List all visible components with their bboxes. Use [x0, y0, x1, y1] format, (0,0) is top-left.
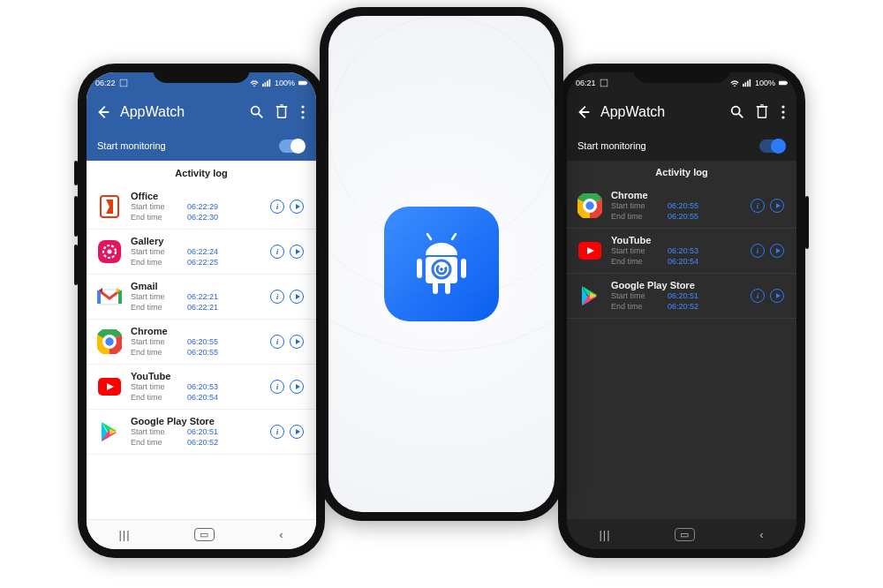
start-label: Start time	[131, 427, 175, 437]
info-button[interactable]	[751, 244, 765, 258]
status-time: 06:21	[576, 79, 596, 87]
end-time: 06:20:52	[668, 302, 698, 312]
log-item[interactable]: Gmail Start time06:22:21 End time06:22:2…	[87, 275, 316, 320]
play-button[interactable]	[290, 380, 304, 394]
left-notch	[153, 64, 250, 83]
info-button[interactable]	[270, 290, 284, 304]
play-button[interactable]	[770, 199, 784, 213]
log-item[interactable]: Google Play Store Start time06:20:51 End…	[567, 274, 796, 319]
app-name: Office	[131, 191, 261, 201]
back-button[interactable]	[576, 104, 592, 120]
start-label: Start time	[611, 291, 655, 301]
play-button[interactable]	[290, 290, 304, 304]
info-button[interactable]	[751, 199, 765, 213]
nav-recents[interactable]: |||	[118, 528, 130, 541]
end-label: End time	[131, 393, 175, 403]
delete-button[interactable]	[754, 104, 770, 120]
action-icons	[270, 290, 304, 304]
more-button[interactable]	[298, 104, 307, 120]
search-icon	[249, 104, 265, 120]
app-name: Google Play Store	[611, 280, 742, 290]
play-button[interactable]	[290, 335, 304, 349]
app-name: Google Play Store	[131, 416, 261, 426]
gallery-icon	[97, 239, 122, 264]
action-icons	[270, 335, 304, 349]
nav-recents[interactable]: |||	[599, 528, 610, 541]
log-item[interactable]: YouTube Start time06:20:53 End time06:20…	[567, 229, 796, 274]
right-screen: 06:21 100% AppWatch Start monitoring Act…	[567, 72, 796, 549]
end-time: 06:20:54	[187, 393, 218, 403]
info-button[interactable]	[270, 380, 284, 394]
screenshot-icon	[600, 79, 608, 87]
end-label: End time	[131, 303, 175, 313]
info-button[interactable]	[270, 245, 284, 259]
right-notch	[633, 64, 730, 83]
end-time: 06:20:55	[668, 212, 698, 222]
start-label: Start time	[611, 201, 655, 211]
info-button[interactable]	[751, 289, 765, 303]
monitor-row: Start monitoring	[567, 131, 796, 161]
app-name: Gmail	[131, 281, 261, 291]
nav-back[interactable]: ‹	[759, 528, 764, 541]
start-time: 06:20:51	[187, 427, 218, 437]
log-item[interactable]: Office Start time06:22:29 End time06:22:…	[87, 185, 316, 230]
info-button[interactable]	[270, 425, 284, 439]
log-text: Chrome Start time06:20:55 End time06:20:…	[611, 190, 742, 222]
start-label: Start time	[131, 337, 175, 347]
start-time: 06:22:21	[187, 292, 218, 302]
nav-home[interactable]: ▭	[675, 528, 695, 541]
back-icon	[95, 104, 111, 120]
svg-rect-39	[600, 79, 608, 87]
log-text: Chrome Start time06:20:55 End time06:20:…	[131, 326, 261, 358]
search-button[interactable]	[249, 104, 265, 120]
action-icons	[270, 425, 304, 439]
nav-home[interactable]: ▭	[194, 528, 215, 541]
svg-rect-38	[120, 79, 127, 87]
log-item[interactable]: Gallery Start time06:22:24 End time06:22…	[87, 230, 316, 275]
battery-icon	[298, 79, 307, 87]
play-button[interactable]	[770, 289, 784, 303]
start-label: Start time	[131, 292, 175, 302]
log-text: Gallery Start time06:22:24 End time06:22…	[131, 236, 261, 268]
activity-log-list: Office Start time06:22:29 End time06:22:…	[87, 185, 316, 519]
office-icon	[97, 194, 122, 219]
right-phone-frame: 06:21 100% AppWatch Start monitoring Act…	[558, 64, 805, 558]
back-button[interactable]	[95, 104, 111, 120]
monitor-label: Start monitoring	[97, 140, 166, 151]
monitor-toggle[interactable]	[759, 139, 786, 153]
back-icon	[576, 104, 592, 120]
app-bar: AppWatch	[567, 94, 796, 131]
play-button[interactable]	[290, 245, 304, 259]
start-label: Start time	[131, 382, 175, 392]
info-button[interactable]	[270, 200, 284, 214]
log-item[interactable]: Chrome Start time06:20:55 End time06:20:…	[87, 320, 316, 365]
more-button[interactable]	[779, 104, 788, 120]
log-text: Office Start time06:22:29 End time06:22:…	[131, 191, 261, 222]
left-screen: 06:22 100% AppWatch Start monitoring Act…	[87, 72, 316, 549]
wifi-icon	[250, 79, 259, 87]
chrome-icon	[97, 329, 122, 354]
search-icon	[729, 104, 745, 120]
play-button[interactable]	[290, 425, 304, 439]
action-icons	[270, 245, 304, 259]
center-screen	[328, 16, 555, 512]
log-item[interactable]: Chrome Start time06:20:55 End time06:20:…	[567, 184, 796, 229]
start-label: Start time	[611, 246, 655, 256]
nav-back[interactable]: ‹	[279, 528, 283, 541]
info-button[interactable]	[270, 335, 284, 349]
status-time: 06:22	[95, 79, 116, 87]
delete-button[interactable]	[274, 104, 290, 120]
monitor-label: Start monitoring	[577, 140, 646, 151]
play-button[interactable]	[770, 244, 784, 258]
app-bar: AppWatch	[87, 94, 316, 131]
end-label: End time	[611, 257, 655, 267]
signal-icon	[743, 79, 751, 87]
log-item[interactable]: YouTube Start time06:20:53 End time06:20…	[87, 365, 316, 410]
play-button[interactable]	[290, 200, 304, 214]
log-item[interactable]: Google Play Store Start time06:20:51 End…	[87, 410, 316, 455]
start-time: 06:20:55	[668, 201, 698, 211]
search-button[interactable]	[729, 104, 745, 120]
monitor-toggle[interactable]	[279, 139, 306, 153]
battery-icon	[779, 79, 788, 87]
log-text: YouTube Start time06:20:53 End time06:20…	[611, 235, 742, 267]
